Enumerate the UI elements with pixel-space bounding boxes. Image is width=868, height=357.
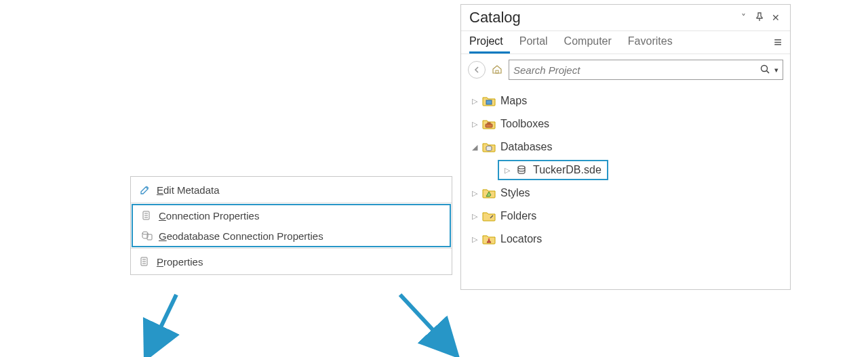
search-icon[interactable] bbox=[760, 64, 770, 77]
svg-point-4 bbox=[142, 232, 148, 234]
properties-icon bbox=[138, 255, 153, 268]
menu-item-properties[interactable]: Properties bbox=[131, 251, 452, 272]
catalog-pane: Catalog ˅ ✕ Project Portal Computer Favo… bbox=[460, 4, 791, 290]
chevron-down-icon[interactable]: ▾ bbox=[774, 66, 778, 75]
folder-toolboxes-icon bbox=[481, 117, 496, 131]
tree-item-label: Folders bbox=[500, 210, 536, 222]
tab-project[interactable]: Project bbox=[469, 31, 510, 54]
caret-right-icon: ▷ bbox=[469, 121, 480, 128]
tree-item-maps[interactable]: ▷ Maps bbox=[469, 89, 782, 112]
svg-point-17 bbox=[518, 166, 525, 169]
folder-locators-icon bbox=[481, 232, 496, 246]
svg-rect-14 bbox=[486, 124, 492, 127]
caret-right-icon: ▷ bbox=[469, 98, 480, 105]
pin-icon[interactable] bbox=[753, 12, 766, 24]
tree-item-databases[interactable]: ◢ Databases bbox=[469, 135, 782, 159]
caret-right-icon: ▷ bbox=[502, 167, 513, 174]
pane-controls: ˅ ✕ bbox=[737, 12, 782, 24]
arrow-left-icon bbox=[136, 291, 190, 357]
tree-item-label: Databases bbox=[500, 141, 553, 153]
caret-down-icon: ◢ bbox=[469, 144, 480, 151]
tree-item-label: Toolboxes bbox=[500, 118, 549, 130]
svg-rect-13 bbox=[486, 100, 492, 104]
menu-item-label: Properties bbox=[157, 256, 203, 268]
pencil-icon bbox=[138, 184, 153, 196]
tab-portal[interactable]: Portal bbox=[519, 31, 555, 54]
menu-icon[interactable]: ≡ bbox=[774, 35, 782, 50]
tree-item-label: TuckerDB.sde bbox=[533, 164, 601, 176]
tree-item-folders[interactable]: ▷ Folders bbox=[469, 205, 782, 228]
svg-point-11 bbox=[762, 65, 768, 71]
catalog-title: Catalog bbox=[469, 9, 521, 26]
sde-database-icon bbox=[514, 163, 529, 177]
menu-item-label: Connection Properties bbox=[159, 210, 259, 222]
tree-item-locators[interactable]: ▷ Locators bbox=[469, 228, 782, 251]
tab-favorites[interactable]: Favorites bbox=[628, 31, 679, 54]
geodatabase-icon bbox=[140, 230, 155, 242]
home-icon[interactable] bbox=[489, 63, 505, 77]
close-icon[interactable]: ✕ bbox=[770, 12, 782, 23]
svg-rect-15 bbox=[488, 123, 490, 124]
folder-styles-icon bbox=[481, 186, 496, 200]
catalog-header: Catalog ˅ ✕ bbox=[461, 5, 790, 31]
menu-item-label: Geodatabase Connection Properties bbox=[159, 230, 323, 242]
menu-item-label: Edit Metadata bbox=[157, 184, 220, 196]
caret-right-icon: ▷ bbox=[469, 213, 480, 220]
menu-item-connection-properties[interactable]: Connection Properties bbox=[133, 205, 450, 226]
search-input[interactable] bbox=[513, 64, 755, 76]
properties-icon bbox=[140, 209, 155, 222]
svg-line-20 bbox=[400, 295, 446, 344]
search-box: ▾ bbox=[509, 60, 783, 80]
svg-line-12 bbox=[767, 70, 770, 73]
catalog-tree: ▷ Maps ▷ Toolboxes ◢ Databases ▷ TuckerD… bbox=[461, 85, 790, 256]
collapse-icon[interactable]: ˅ bbox=[737, 12, 749, 23]
context-menu: Edit Metadata Connection Properties Geod… bbox=[130, 176, 452, 275]
catalog-tabs: Project Portal Computer Favorites ≡ bbox=[461, 31, 790, 54]
tab-computer[interactable]: Computer bbox=[564, 31, 618, 54]
folder-icon bbox=[481, 209, 496, 223]
menu-item-geodatabase-connection-properties[interactable]: Geodatabase Connection Properties bbox=[133, 226, 450, 246]
arrow-right-icon bbox=[387, 291, 461, 357]
tree-item-label: Locators bbox=[500, 233, 542, 245]
tree-item-styles[interactable]: ▷ Styles bbox=[469, 182, 782, 205]
svg-point-18 bbox=[488, 238, 490, 240]
search-row: ▾ bbox=[461, 54, 790, 85]
menu-item-edit-metadata[interactable]: Edit Metadata bbox=[131, 180, 452, 200]
folder-maps-icon bbox=[481, 94, 496, 108]
caret-right-icon: ▷ bbox=[469, 236, 480, 243]
tree-item-tuckerdb[interactable]: ▷ TuckerDB.sde bbox=[469, 159, 782, 182]
back-icon[interactable] bbox=[468, 61, 486, 79]
caret-right-icon: ▷ bbox=[469, 190, 480, 197]
svg-line-19 bbox=[153, 295, 176, 344]
folder-databases-icon bbox=[481, 140, 496, 154]
tree-item-label: Styles bbox=[500, 187, 530, 199]
tree-item-label: Maps bbox=[500, 95, 527, 107]
tree-item-toolboxes[interactable]: ▷ Toolboxes bbox=[469, 112, 782, 135]
